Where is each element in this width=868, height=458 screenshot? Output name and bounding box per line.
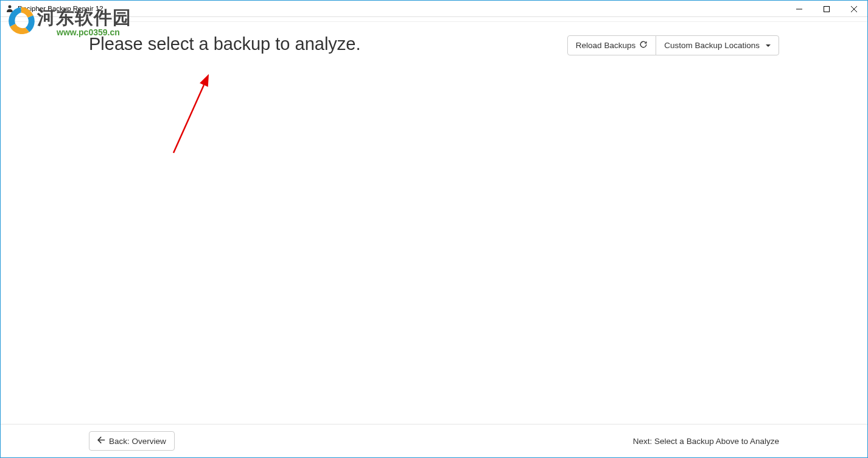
arrow-left-icon [97, 436, 105, 446]
toolbar-spacer [1, 17, 867, 22]
minimize-button[interactable] [785, 1, 813, 17]
reload-backups-button[interactable]: Reload Backups [567, 35, 656, 55]
custom-backup-locations-label: Custom Backup Locations [664, 41, 760, 50]
back-button[interactable]: Back: Overview [89, 431, 175, 451]
window-title: Decipher Backup Repair 12 [18, 5, 103, 12]
main-content: Please select a backup to analyze. Reloa… [1, 22, 867, 424]
footer: Back: Overview Next: Select a Backup Abo… [1, 424, 867, 457]
next-hint-text: Next: Select a Backup Above to Analyze [633, 437, 779, 446]
app-icon [5, 4, 14, 13]
annotation-arrow [171, 71, 220, 158]
refresh-icon [639, 40, 648, 51]
maximize-button[interactable] [813, 1, 840, 17]
window-controls [785, 1, 867, 17]
svg-point-0 [9, 5, 12, 9]
page-heading: Please select a backup to analyze. [89, 34, 361, 54]
header-row: Please select a backup to analyze. Reloa… [89, 34, 779, 55]
back-button-label: Back: Overview [109, 437, 166, 446]
chevron-down-icon [766, 44, 771, 47]
reload-backups-label: Reload Backups [576, 41, 635, 50]
custom-backup-locations-button[interactable]: Custom Backup Locations [656, 35, 779, 55]
svg-line-6 [173, 77, 208, 153]
svg-rect-2 [824, 6, 829, 12]
action-buttons: Reload Backups Custom Backup Locations [567, 35, 779, 55]
close-button[interactable] [840, 1, 867, 17]
titlebar: Decipher Backup Repair 12 [1, 1, 867, 17]
